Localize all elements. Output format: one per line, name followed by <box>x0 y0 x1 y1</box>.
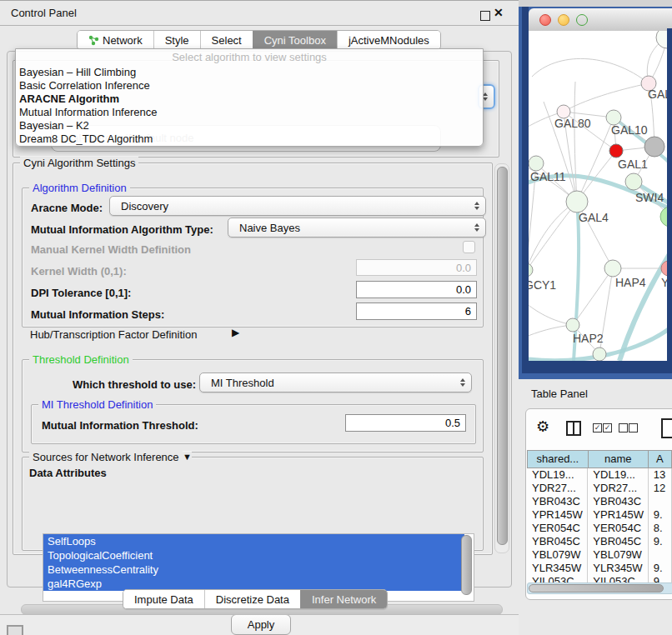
control-panel: Control Panel ✕ NetworkStyleSelectCyni T… <box>0 0 519 615</box>
app-root: Control Panel ✕ NetworkStyleSelectCyni T… <box>0 0 672 635</box>
kernel-width-input[interactable] <box>356 259 477 276</box>
table-row[interactable]: YLR345WYLR345W9. <box>527 562 672 575</box>
table-row[interactable]: YDR27...YDR27...12 <box>527 482 672 495</box>
apply-button[interactable]: Apply <box>231 614 291 635</box>
attribute-item[interactable]: BetweennessCentrality <box>43 562 464 577</box>
network-node[interactable] <box>644 137 664 157</box>
table-row[interactable]: YER054CYER054C8. <box>527 522 672 535</box>
network-edge[interactable] <box>577 118 614 202</box>
tab-jactivemnodules[interactable]: jActiveMNodules <box>337 31 440 49</box>
settings-scrollbar-track[interactable] <box>494 163 509 553</box>
algorithm-definition-title: Algorithm Definition <box>29 182 130 194</box>
sources-collapse-arrow-icon[interactable]: ▼ <box>183 452 192 462</box>
network-window-border <box>522 361 672 373</box>
network-node-hap4[interactable] <box>604 260 621 277</box>
network-node-gal4[interactable] <box>566 191 588 212</box>
network-node-hap2[interactable] <box>566 318 579 332</box>
column-header[interactable]: A <box>649 450 672 468</box>
select-all-checkbox-icon[interactable]: ✓ <box>603 423 612 432</box>
close-traffic-light-icon[interactable] <box>539 14 551 26</box>
minimized-panel-icon[interactable] <box>7 625 23 635</box>
tab-network[interactable]: Network <box>78 31 153 49</box>
mi-steps-input[interactable] <box>356 302 477 320</box>
network-edge[interactable] <box>564 83 649 112</box>
table-row[interactable]: YBL079WYBL079W <box>527 548 672 562</box>
network-node-gal1[interactable] <box>609 144 623 158</box>
column-chooser-icon[interactable] <box>566 421 581 436</box>
threshold-definition-group: Threshold Definition Which threshold to … <box>22 359 484 452</box>
table-settings-gear-icon[interactable]: ⚙ <box>536 418 549 436</box>
table-hscrollbar-thumb[interactable] <box>529 584 664 592</box>
tab-select[interactable]: Select <box>200 31 253 49</box>
network-window-titlebar[interactable] <box>529 8 672 32</box>
tab-label: Style <box>165 34 189 47</box>
tab-cyni-toolbox[interactable]: Cyni Toolbox <box>253 31 337 49</box>
table-cell: 9. <box>649 535 672 548</box>
mi-type-combo[interactable]: Naive Bayes <box>228 218 486 238</box>
bottom-tab-infer-network[interactable]: Infer Network <box>300 590 387 608</box>
algorithm-dropdown-popup: Select algorithm to view settings Bayesi… <box>15 48 484 147</box>
attribute-item[interactable]: TopologicalCoefficient <box>43 548 464 562</box>
algorithm-option[interactable]: Mutual Information Inference <box>16 106 483 119</box>
mi-threshold-definition-title: MI Threshold Definition <box>38 398 156 411</box>
network-edge[interactable] <box>574 82 577 202</box>
combo-arrows-icon <box>474 202 479 210</box>
network-node[interactable] <box>660 207 667 227</box>
network-node-gcy1[interactable] <box>529 263 533 277</box>
algorithm-option[interactable]: Bayesian – K2 <box>16 119 483 132</box>
node-label: GAL1 <box>618 158 648 171</box>
network-node[interactable] <box>656 31 667 48</box>
which-threshold-label: Which threshold to use: <box>73 378 196 391</box>
bottom-tab-discretize-data[interactable]: Discretize Data <box>204 590 300 608</box>
tab-style[interactable]: Style <box>153 31 200 49</box>
network-edge[interactable] <box>532 58 649 83</box>
network-view[interactable]: GAL7GAL80GAL10GAL1GAL11SWI4GAL4GCY1HAP4Y… <box>529 31 667 361</box>
manual-kernel-checkbox[interactable] <box>463 241 475 253</box>
algorithm-option[interactable]: Basic Correlation Inference <box>16 79 483 92</box>
float-panel-icon[interactable] <box>480 11 490 21</box>
network-edge[interactable] <box>529 300 573 325</box>
table-row[interactable]: YIL053CYIL053C9. <box>527 575 672 582</box>
table-cell: YDR27... <box>588 482 648 495</box>
table-row[interactable]: YPR145WYPR145W9. <box>527 508 672 522</box>
bottom-tab-impute-data[interactable]: Impute Data <box>123 590 204 608</box>
table-function-icon[interactable] <box>661 418 672 438</box>
network-node[interactable] <box>593 348 606 361</box>
deselect-all-checkbox-icon[interactable] <box>629 423 638 432</box>
network-node-gal11[interactable] <box>529 156 544 171</box>
select-all-checkbox-icon[interactable]: ✓ <box>593 423 602 432</box>
table-cell: YDR27... <box>527 482 588 495</box>
combo-arrows-icon <box>460 378 465 387</box>
control-panel-titlebar: Control Panel ✕ <box>0 1 519 26</box>
aracne-mode-value: Discovery <box>121 200 168 212</box>
table-row[interactable]: YBR045CYBR045C9. <box>527 535 672 548</box>
maximize-traffic-light-icon[interactable] <box>576 14 588 26</box>
aracne-mode-combo[interactable]: Discovery <box>109 196 486 216</box>
network-edge[interactable] <box>529 202 577 268</box>
table-cell: YPR145W <box>588 508 648 522</box>
dpi-tolerance-input[interactable] <box>356 281 477 298</box>
settings-scrollbar-thumb[interactable] <box>497 167 508 545</box>
hub-expand-arrow-icon[interactable]: ▶ <box>232 327 239 338</box>
column-header[interactable]: name <box>589 450 649 468</box>
deselect-all-checkbox-icon[interactable] <box>619 423 628 432</box>
attributes-list-scrollbar[interactable] <box>461 535 472 595</box>
algorithm-option[interactable]: Dream8 DC_TDC Algorithm <box>16 132 483 146</box>
mi-threshold-input[interactable] <box>345 414 466 432</box>
which-threshold-combo[interactable]: MI Threshold <box>199 372 472 392</box>
table-row[interactable]: YDL19...YDL19...13 <box>527 468 672 482</box>
table-row[interactable]: YBR043CYBR043C <box>527 495 672 508</box>
node-label: HAP4 <box>615 276 646 289</box>
attribute-item[interactable]: SelfLoops <box>43 534 464 548</box>
network-edge[interactable] <box>529 202 577 270</box>
column-header[interactable]: shared... <box>528 450 589 468</box>
node-label: GAL10 <box>611 123 648 137</box>
network-canvas[interactable]: GAL7GAL80GAL10GAL1GAL11SWI4GAL4GCY1HAP4Y… <box>529 31 667 361</box>
algorithm-definition-group: Algorithm Definition Aracne Mode: Discov… <box>22 188 484 328</box>
minimize-traffic-light-icon[interactable] <box>558 14 569 26</box>
algorithm-option[interactable]: Bayesian – Hill Climbing <box>16 66 483 79</box>
close-icon[interactable]: ✕ <box>494 6 504 19</box>
algorithm-option[interactable]: ARACNE Algorithm <box>16 92 483 106</box>
network-node-swi4[interactable] <box>625 173 642 190</box>
mi-type-value: Naive Bayes <box>239 222 300 234</box>
